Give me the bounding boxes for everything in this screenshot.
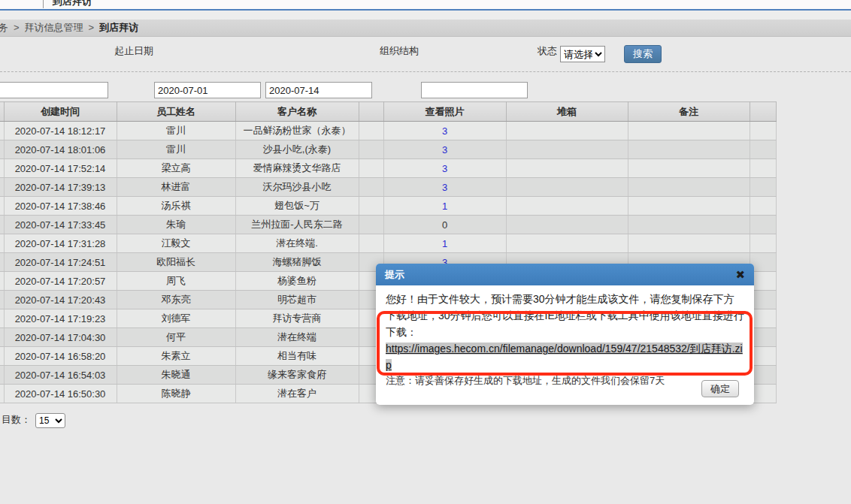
photo-count-link[interactable]: 3: [442, 144, 447, 155]
date-to-input[interactable]: [265, 82, 372, 98]
table-header-row: 创建时间 员工姓名 客户名称 查看照片 堆箱 备注: [0, 102, 776, 122]
col-photos: 查看照片: [383, 102, 506, 122]
photo-count-link[interactable]: 3: [442, 163, 447, 174]
search-button[interactable]: 搜索: [624, 45, 662, 63]
page-size-label: 目数：: [2, 414, 31, 425]
confirm-button[interactable]: 确定: [701, 380, 739, 397]
toolbar-strip: [0, 11, 851, 20]
status-select[interactable]: 请选择: [560, 46, 605, 62]
breadcrumb: 业务>拜访信息管理>到店拜访: [0, 20, 851, 37]
org-structure-input[interactable]: [421, 82, 528, 98]
download-url-link[interactable]: https://images.hecom.cn/filemanage/downl…: [386, 343, 743, 371]
table-row: 2020-07-14 17:38:46汤乐祺翅包饭~万1: [0, 197, 776, 216]
col-stack: 堆箱: [506, 102, 628, 122]
table-row: 2020-07-14 18:12:17雷川一品鲜汤粉世家（永泰）3: [0, 122, 776, 140]
browser-tab-partial[interactable]: 到店拜访: [43, 0, 92, 8]
breadcrumb-separator: >: [14, 22, 20, 33]
download-notice-dialog: 提示 ✖ 您好！由于文件较大，预计需要30分钟才能生成该文件，请您复制保存下方下…: [376, 264, 754, 405]
table-row: 2020-07-14 17:52:14梁立高爱情麻辣烫文华路店3: [0, 159, 776, 178]
status-label: 状态: [538, 44, 557, 58]
dialog-title-bar: 提示 ✖: [376, 264, 754, 285]
close-icon[interactable]: ✖: [735, 264, 745, 285]
filter-bar: 起止日期 组织结构 状态 请选择 搜索: [0, 36, 851, 71]
breadcrumb-item-current: 到店拜访: [99, 22, 138, 33]
breadcrumb-separator: >: [89, 22, 95, 33]
dialog-title: 提示: [385, 269, 404, 280]
table-row: 2020-07-14 17:31:28江毅文潜在终端.1: [0, 234, 776, 253]
date-range-label: 起止日期: [114, 44, 153, 58]
col-customer: 客户名称: [235, 102, 359, 122]
table-row: 2020-07-14 17:39:13林进富沃尔玛沙县小吃3: [0, 178, 776, 197]
photo-count-link[interactable]: 3: [442, 182, 447, 193]
col-employee: 员工姓名: [117, 102, 235, 122]
photo-count-link[interactable]: 1: [442, 238, 447, 249]
page-size-select[interactable]: 15: [35, 413, 65, 428]
top-tab-strip: 到店拜访: [0, 0, 851, 11]
table-row: 2020-07-14 18:01:06雷川沙县小吃,(永泰)3: [0, 140, 776, 159]
breadcrumb-item-business[interactable]: 业务: [0, 22, 8, 33]
dialog-body: 您好！由于文件较大，预计需要30分钟才能生成该文件，请您复制保存下方下载地址，3…: [376, 285, 754, 388]
table-row: 2020-07-14 17:33:45朱瑜兰州拉面-人民东二路0: [0, 216, 776, 234]
breadcrumb-item-visit-info[interactable]: 拜访信息管理: [25, 22, 83, 33]
date-from-input[interactable]: [154, 82, 261, 98]
col-remark: 备注: [628, 102, 750, 122]
org-structure-label: 组织结构: [380, 44, 419, 58]
dialog-message: 您好！由于文件较大，预计需要30分钟才能生成该文件，请您复制保存下方下载地址，3…: [386, 291, 744, 340]
photo-count-link[interactable]: 1: [442, 201, 447, 212]
dialog-note: 注意：请妥善保存好生成的下载地址，生成的文件我们会保留7天: [386, 373, 744, 388]
page-size-row: 目数： 15: [0, 412, 65, 428]
divider: [0, 71, 851, 72]
photo-count-link[interactable]: 3: [442, 125, 447, 137]
keyword-input[interactable]: [0, 82, 108, 98]
col-create-time: 创建时间: [4, 102, 117, 122]
